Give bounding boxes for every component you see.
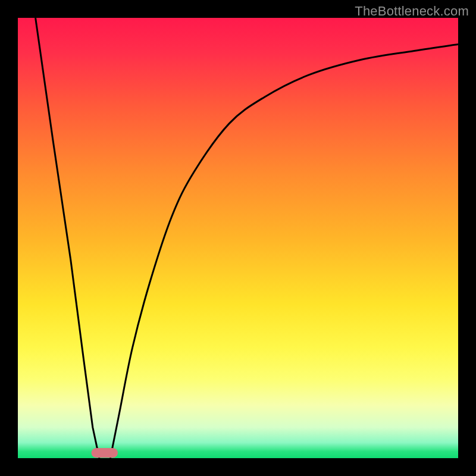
gradient-bg — [18, 18, 458, 458]
chart-plot — [18, 18, 458, 458]
chart-container: TheBottleneck.com — [0, 0, 476, 476]
watermark: TheBottleneck.com — [355, 4, 469, 19]
optimum-marker — [92, 448, 118, 458]
